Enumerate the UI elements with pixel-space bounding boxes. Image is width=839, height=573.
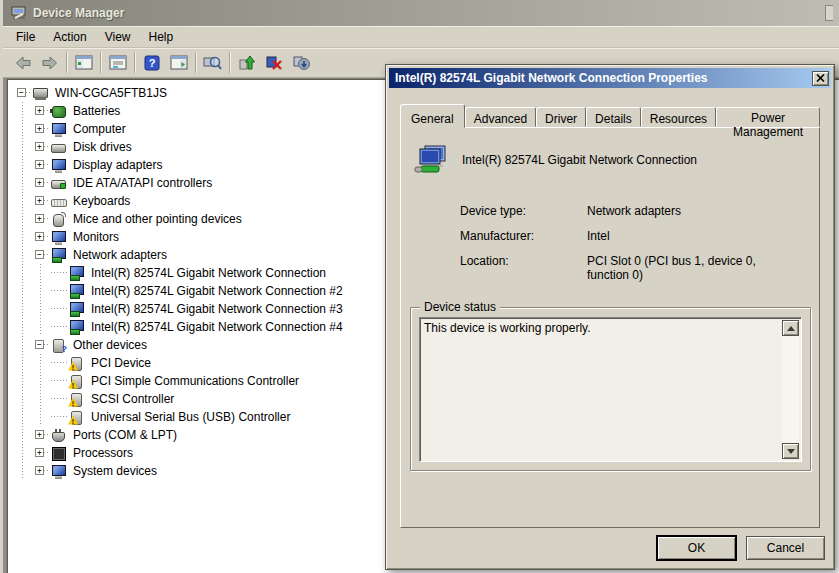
caption-button-sliver[interactable] [825, 5, 833, 21]
tree-expand-toggle[interactable]: + [31, 156, 49, 174]
tree-item-label: Intel(R) 82574L Gigabit Network Connecti… [89, 283, 345, 299]
dialog-titlebar[interactable]: Intel(R) 82574L Gigabit Network Connecti… [389, 68, 831, 88]
status-scrollbar[interactable] [782, 320, 799, 459]
tree-expand-toggle[interactable]: + [31, 138, 49, 156]
tree-indent-line [13, 372, 31, 390]
tree-indent-line [13, 354, 31, 372]
tree-expand-toggle[interactable]: − [31, 336, 49, 354]
tree-indent-line [13, 300, 31, 318]
tree-indent-line [13, 444, 31, 462]
arrow-up-icon [787, 322, 795, 331]
help-button[interactable]: ? [138, 50, 165, 75]
device-status-textbox[interactable]: This device is working properly. [419, 317, 802, 462]
tree-expand-toggle[interactable] [49, 408, 67, 426]
tree-item-label: Ports (COM & LPT) [71, 427, 179, 443]
main-titlebar[interactable]: Device Manager [3, 0, 839, 26]
tree-connector [44, 452, 49, 453]
device-icon [50, 212, 67, 227]
update-driver-software-button[interactable] [233, 50, 260, 75]
tree-indent-line [13, 318, 31, 336]
back-icon [14, 55, 32, 71]
scan-icon [203, 55, 222, 71]
forward-icon [41, 55, 59, 71]
tree-expand-toggle[interactable]: + [31, 228, 49, 246]
tree-indent-line [13, 264, 31, 282]
tree-connector [51, 380, 67, 381]
close-button[interactable] [812, 71, 829, 86]
tab-driver[interactable]: Driver [536, 107, 586, 127]
scan-button[interactable] [199, 50, 226, 75]
tree-item-label: IDE ATA/ATAPI controllers [71, 175, 214, 191]
tab-power-management[interactable]: Power Management [716, 107, 820, 127]
tree-indent-line [13, 174, 31, 192]
toolbar-separator [134, 52, 135, 73]
device-icon [68, 266, 85, 281]
tab-details[interactable]: Details [586, 107, 641, 127]
device-icon [50, 140, 67, 155]
tree-connector [44, 254, 49, 255]
tab-resources[interactable]: Resources [641, 107, 716, 127]
properties-button[interactable] [104, 50, 131, 75]
scroll-down-button[interactable] [782, 443, 799, 459]
field-label-manufacturer: Manufacturer: [460, 229, 587, 243]
ok-button[interactable]: OK [657, 536, 736, 560]
tree-expand-toggle[interactable]: + [31, 120, 49, 138]
tree-connector [51, 398, 67, 399]
tree-indent-line [31, 264, 49, 282]
tree-expand-toggle[interactable]: − [31, 246, 49, 264]
device-icon [68, 356, 85, 371]
expand-box-icon: + [35, 160, 44, 169]
menu-help[interactable]: Help [140, 27, 183, 47]
forward-button[interactable] [36, 50, 63, 75]
tree-indent-line [13, 408, 31, 426]
show-action-pane-button[interactable] [165, 50, 192, 75]
device-manager-icon [11, 6, 27, 21]
tree-connector [51, 362, 67, 363]
menu-file[interactable]: File [7, 27, 44, 47]
expand-box-icon: + [35, 466, 44, 475]
tree-expand-toggle[interactable] [49, 300, 67, 318]
tree-indent-line [13, 282, 31, 300]
tree-expand-toggle[interactable] [49, 372, 67, 390]
tree-indent-line [13, 426, 31, 444]
menu-action[interactable]: Action [44, 27, 95, 47]
tree-item-label: Batteries [71, 103, 122, 119]
tree-expand-toggle[interactable]: + [31, 462, 49, 480]
scroll-up-button[interactable] [782, 320, 799, 336]
tree-expand-toggle[interactable] [49, 282, 67, 300]
device-icon [50, 428, 67, 443]
menu-view[interactable]: View [96, 27, 140, 47]
tree-expand-toggle[interactable] [49, 390, 67, 408]
toolbar-separator [100, 52, 101, 73]
device-icon [50, 176, 67, 191]
tree-expand-toggle[interactable]: + [31, 192, 49, 210]
tree-expand-toggle[interactable]: + [31, 210, 49, 228]
device-icon [50, 194, 67, 209]
device-status-group: Device status This device is working pro… [410, 307, 811, 471]
tree-expand-toggle[interactable]: − [13, 84, 31, 102]
tree-indent-line [13, 138, 31, 156]
device-icon [50, 230, 67, 245]
tree-expand-toggle[interactable] [49, 318, 67, 336]
uninstall-button[interactable] [260, 50, 287, 75]
device-name: Intel(R) 82574L Gigabit Network Connecti… [462, 144, 697, 177]
tab-general[interactable]: General [400, 104, 465, 128]
scan-for-hardware-changes-button[interactable] [287, 50, 314, 75]
tree-item-label: PCI Simple Communications Controller [89, 373, 301, 389]
tree-expand-toggle[interactable] [49, 264, 67, 282]
tree-indent-line [31, 282, 49, 300]
device-icon [68, 392, 85, 407]
cancel-button[interactable]: Cancel [746, 536, 825, 560]
tree-item-label: Display adapters [71, 157, 164, 173]
tree-expand-toggle[interactable] [49, 354, 67, 372]
tree-expand-toggle[interactable]: + [31, 444, 49, 462]
expand-box-icon: − [35, 250, 44, 259]
tree-item-label: Intel(R) 82574L Gigabit Network Connecti… [89, 265, 328, 281]
tree-expand-toggle[interactable]: + [31, 174, 49, 192]
tree-expand-toggle[interactable]: + [31, 426, 49, 444]
tree-expand-toggle[interactable]: + [31, 102, 49, 120]
back-button[interactable] [9, 50, 36, 75]
arrow-down-icon [787, 449, 795, 458]
show-console-tree-button[interactable] [70, 50, 97, 75]
tab-advanced[interactable]: Advanced [465, 107, 536, 127]
